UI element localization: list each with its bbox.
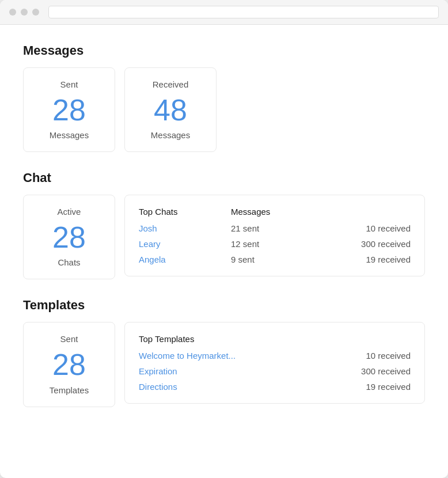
messages-cards-row: Sent 28 Messages Received 48 Messages xyxy=(23,67,425,152)
browser-dot-red xyxy=(9,9,16,16)
messages-received-label-bottom: Messages xyxy=(139,130,202,140)
chat-active-label-bottom: Chats xyxy=(37,257,101,267)
templates-sent-label-bottom: Templates xyxy=(37,385,101,395)
messages-section-title: Messages xyxy=(23,43,425,58)
chat-row-angela-received: 19 received xyxy=(294,255,411,264)
chat-row-leary-sent: 12 sent xyxy=(231,239,294,249)
top-templates-col-name: Top Templates xyxy=(139,334,231,344)
messages-received-number: 48 xyxy=(139,94,202,127)
chat-row-josh-name[interactable]: Josh xyxy=(139,223,231,233)
templates-sent-number: 28 xyxy=(37,348,101,381)
template-row-directions-name[interactable]: Directions xyxy=(139,382,254,392)
top-chats-col-messages: Messages xyxy=(231,207,270,217)
template-row-welcome-name[interactable]: Welcome to Heymarket... xyxy=(139,351,254,361)
chat-row-angela: Angela 9 sent 19 received xyxy=(139,255,411,264)
top-chats-card: Top Chats Messages Josh 21 sent 10 recei… xyxy=(124,195,425,276)
chat-section-title: Chat xyxy=(23,170,425,185)
main-content: Messages Sent 28 Messages Received 48 Me… xyxy=(0,25,448,444)
top-templates-header: Top Templates xyxy=(139,334,411,344)
browser-window: Messages Sent 28 Messages Received 48 Me… xyxy=(0,0,448,478)
browser-url-bar[interactable] xyxy=(48,6,439,18)
chat-row-leary: Leary 12 sent 300 received xyxy=(139,239,411,249)
templates-sent-label-top: Sent xyxy=(37,334,101,344)
chat-row-angela-sent: 9 sent xyxy=(231,255,294,264)
chat-row-angela-name[interactable]: Angela xyxy=(139,255,231,264)
chat-section: Chat Active 28 Chats Top Chats Messages … xyxy=(23,170,425,279)
messages-received-card: Received 48 Messages xyxy=(124,67,217,152)
template-row-expiration: Expiration 300 received xyxy=(139,366,411,376)
browser-toolbar xyxy=(0,0,448,25)
chat-row-leary-received: 300 received xyxy=(294,239,411,249)
messages-received-label-top: Received xyxy=(139,79,202,89)
messages-sent-number: 28 xyxy=(37,94,101,127)
template-row-welcome-received: 10 received xyxy=(254,351,411,361)
messages-sent-card: Sent 28 Messages xyxy=(23,67,115,152)
chat-active-card: Active 28 Chats xyxy=(23,195,115,279)
messages-sent-label-bottom: Messages xyxy=(37,130,101,140)
messages-sent-label-top: Sent xyxy=(37,79,101,89)
top-templates-card: Top Templates Welcome to Heymarket... 10… xyxy=(124,322,425,404)
chat-row-josh: Josh 21 sent 10 received xyxy=(139,223,411,233)
chat-row-josh-sent: 21 sent xyxy=(231,223,294,233)
template-row-directions-received: 19 received xyxy=(254,382,411,392)
template-row-expiration-received: 300 received xyxy=(254,366,411,376)
chat-row-josh-received: 10 received xyxy=(294,223,411,233)
chat-cards-row: Active 28 Chats Top Chats Messages Josh … xyxy=(23,195,425,279)
template-row-welcome: Welcome to Heymarket... 10 received xyxy=(139,351,411,361)
top-chats-col-name: Top Chats xyxy=(139,207,231,217)
chat-active-number: 28 xyxy=(37,221,101,254)
templates-section-title: Templates xyxy=(23,298,425,313)
template-row-expiration-name[interactable]: Expiration xyxy=(139,366,254,376)
templates-sent-card: Sent 28 Templates xyxy=(23,322,115,407)
templates-cards-row: Sent 28 Templates Top Templates Welcome … xyxy=(23,322,425,407)
messages-section: Messages Sent 28 Messages Received 48 Me… xyxy=(23,43,425,152)
chat-active-label-top: Active xyxy=(37,207,101,217)
templates-section: Templates Sent 28 Templates Top Template… xyxy=(23,298,425,407)
browser-dot-green xyxy=(32,9,39,16)
browser-dot-yellow xyxy=(21,9,28,16)
chat-row-leary-name[interactable]: Leary xyxy=(139,239,231,249)
template-row-directions: Directions 19 received xyxy=(139,382,411,392)
top-chats-header: Top Chats Messages xyxy=(139,207,411,217)
